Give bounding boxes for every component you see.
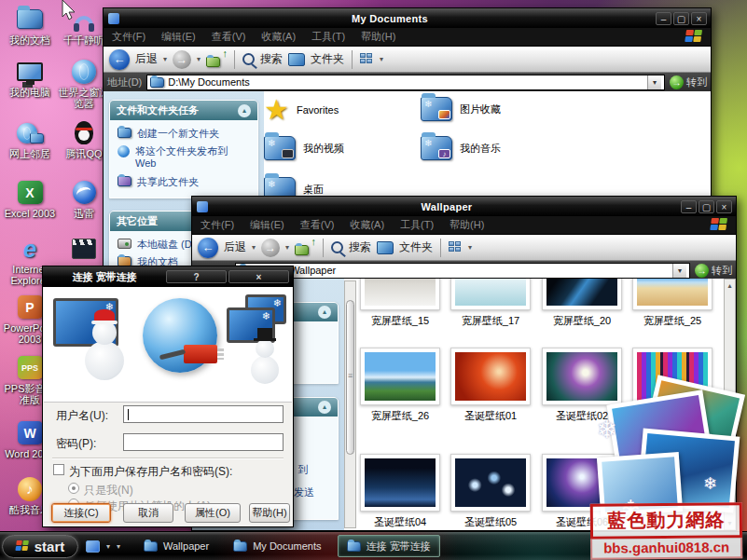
quick-launch-expand-icon[interactable]: ▾ (117, 542, 120, 551)
wallpaper-thumb[interactable]: 圣诞壁纸01 (450, 348, 531, 423)
search-icon[interactable] (242, 53, 255, 65)
desktop-icon-my-computer[interactable]: 我的电脑 (2, 58, 58, 98)
taskbar-button-my-documents[interactable]: My Documents (225, 535, 329, 557)
close-button[interactable]: × (228, 270, 289, 283)
wallpaper-thumb[interactable]: 宽屏壁纸_20 (542, 279, 622, 328)
wallpaper-titlebar[interactable]: Wallpaper – ▢ × (192, 197, 736, 216)
quick-launch-expand-icon[interactable]: ▾ (106, 542, 110, 551)
forward-button-icon[interactable] (173, 50, 191, 69)
wallpaper-thumb[interactable]: 宽屏壁纸_25 (632, 279, 712, 328)
menu-favorites[interactable]: 收藏(A) (261, 30, 296, 44)
menu-favorites[interactable]: 收藏(A) (350, 218, 384, 232)
folders-icon[interactable] (288, 53, 305, 66)
folders-button-label[interactable]: 文件夹 (311, 51, 344, 67)
minimize-button[interactable]: – (656, 12, 671, 25)
dialog-titlebar[interactable]: 连接 宽带连接 ? × (43, 266, 293, 287)
file-favorites[interactable]: ★ Favorites (264, 97, 339, 122)
properties-button[interactable]: 属性(O) (185, 503, 241, 523)
forward-dropdown-icon[interactable]: ▾ (197, 55, 201, 63)
desktop-icon-network-places[interactable]: 网上邻居 (2, 119, 58, 159)
forward-dropdown-icon[interactable]: ▾ (285, 243, 289, 252)
menu-help[interactable]: 帮助(H) (361, 30, 395, 44)
menu-view[interactable]: 查看(V) (300, 218, 335, 232)
help-button[interactable]: 帮助(H) (249, 503, 290, 523)
menu-file[interactable]: 文件(F) (201, 218, 234, 232)
views-icon[interactable] (449, 241, 463, 253)
minimize-button[interactable]: – (681, 200, 697, 213)
start-button[interactable]: start (2, 535, 78, 558)
up-folder-icon[interactable] (295, 239, 315, 255)
taskbar-button-connect[interactable]: 连接 宽带连接 (338, 535, 440, 557)
mouse-cursor (62, 0, 78, 22)
task-create-folder[interactable]: 创建一个新文件夹 (114, 125, 254, 143)
menu-view[interactable]: 查看(V) (212, 30, 246, 44)
close-button[interactable]: × (716, 200, 732, 213)
search-icon[interactable] (331, 241, 343, 253)
pane-scrollbar[interactable] (344, 280, 356, 528)
back-button-icon[interactable] (109, 49, 130, 70)
collapse-arrow-icon[interactable] (318, 306, 331, 319)
views-icon[interactable] (360, 53, 374, 65)
menu-tools[interactable]: 工具(T) (400, 218, 434, 232)
task-share-folder[interactable]: 共享此文件夹 (114, 173, 254, 191)
menu-tools[interactable]: 工具(T) (311, 30, 345, 44)
back-button-label[interactable]: 后退 (135, 51, 158, 67)
go-button[interactable]: 转到 (695, 264, 732, 278)
file-my-videos[interactable]: 我的视频 (264, 136, 344, 160)
collapse-arrow-icon[interactable] (238, 104, 251, 117)
file-my-music[interactable]: 我的音乐 (421, 136, 501, 160)
powerpoint-icon: P (15, 294, 45, 321)
go-button[interactable]: 转到 (670, 75, 707, 89)
help-button[interactable]: ? (166, 270, 227, 283)
wallpaper-thumb[interactable]: 圣诞壁纸04 (360, 454, 440, 529)
radio-me-only[interactable] (68, 483, 79, 494)
address-dropdown-icon[interactable]: ▾ (672, 264, 686, 278)
username-input[interactable] (123, 405, 284, 423)
search-button-label[interactable]: 搜索 (349, 239, 371, 255)
address-input[interactable]: S\Web\Wallpaper ▾ (235, 263, 690, 279)
wallpaper-thumb[interactable]: 宽屏壁纸_26 (360, 348, 440, 423)
cancel-button[interactable]: 取消 (123, 503, 173, 523)
radio-me-only-label[interactable]: 只是我(N) (84, 483, 133, 499)
desktop-icon-my-documents[interactable]: 我的文档 (2, 6, 58, 46)
file-pictures[interactable]: 图片收藏 (421, 97, 501, 121)
menu-help[interactable]: 帮助(H) (450, 218, 484, 232)
collapse-arrow-icon[interactable] (318, 401, 331, 414)
search-button-label[interactable]: 搜索 (260, 51, 283, 67)
wallpaper-thumb[interactable]: 宽屏壁纸_17 (450, 279, 531, 328)
menu-edit[interactable]: 编辑(E) (250, 218, 284, 232)
up-folder-icon[interactable] (206, 51, 227, 67)
wallpaper-thumb[interactable]: 圣诞壁纸05 (450, 454, 531, 529)
close-button[interactable]: × (691, 12, 707, 25)
address-dropdown-icon[interactable]: ▾ (647, 75, 661, 89)
connect-button[interactable]: 连接(C) (51, 503, 111, 523)
scrollbar-thumb[interactable] (346, 300, 354, 455)
views-dropdown-icon[interactable]: ▾ (468, 243, 472, 252)
folder-icon (233, 541, 247, 552)
panel-header[interactable]: 文件和文件夹任务 (110, 101, 257, 120)
my-documents-titlebar[interactable]: My Documents – ▢ × (104, 8, 711, 28)
scroll-up-icon[interactable]: ▴ (725, 280, 735, 291)
folders-icon[interactable] (377, 241, 394, 254)
menu-edit[interactable]: 编辑(E) (161, 30, 196, 44)
desktop-icon-excel[interactable]: X Excel 2003 (2, 179, 58, 219)
task-publish-web[interactable]: 将这个文件夹发布到 Web (114, 143, 254, 172)
views-dropdown-icon[interactable]: ▾ (380, 55, 383, 63)
taskbar-button-wallpaper[interactable]: Wallpaper (135, 535, 217, 557)
back-button-label[interactable]: 后退 (224, 239, 246, 255)
save-credentials-checkbox[interactable] (53, 464, 64, 475)
save-credentials-label[interactable]: 为下面用户保存用户名和密码(S): (69, 464, 232, 480)
maximize-button[interactable]: ▢ (699, 200, 714, 213)
maximize-button[interactable]: ▢ (673, 12, 689, 25)
back-dropdown-icon[interactable]: ▾ (163, 55, 167, 63)
back-button-icon[interactable] (198, 238, 218, 258)
menu-file[interactable]: 文件(F) (112, 30, 145, 44)
folders-button-label[interactable]: 文件夹 (399, 239, 433, 255)
forward-button-icon[interactable] (261, 239, 280, 257)
go-arrow-icon (670, 75, 684, 89)
address-input[interactable]: D:\My Documents ▾ (146, 75, 665, 90)
password-input[interactable] (123, 433, 284, 451)
back-dropdown-icon[interactable]: ▾ (252, 243, 256, 252)
wallpaper-thumb[interactable]: 宽屏壁纸_15 (360, 279, 440, 328)
show-desktop-icon[interactable] (86, 540, 100, 553)
